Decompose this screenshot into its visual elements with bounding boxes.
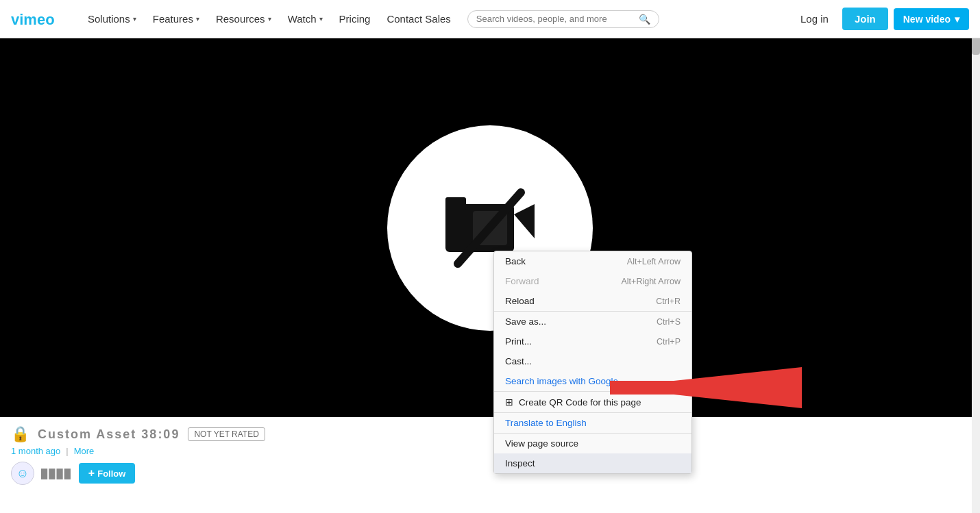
save-as-label: Save as...: [505, 316, 546, 327]
video-title: Custom Asset 38:09: [38, 427, 180, 442]
view-source-label: View page source: [505, 438, 578, 449]
back-label: Back: [505, 256, 526, 266]
create-qr-label: Create QR Code for this page: [519, 397, 641, 408]
features-label: Features: [153, 13, 193, 25]
resources-menu[interactable]: Resources ▾: [210, 0, 277, 38]
context-menu: Back Alt+Left Arrow Forward Alt+Right Ar…: [493, 251, 692, 474]
svg-rect-3: [445, 197, 466, 210]
print-shortcut: Ctrl+P: [657, 337, 681, 347]
info-author: ☺ ████ + Follow: [11, 462, 969, 485]
follow-plus-icon: +: [88, 467, 95, 479]
translate-label: Translate to English: [505, 418, 587, 428]
reload-label: Reload: [505, 296, 535, 306]
new-video-label: New video: [903, 14, 951, 25]
lock-icon: 🔒: [11, 425, 29, 443]
search-input[interactable]: [476, 14, 639, 24]
more-link[interactable]: More: [74, 446, 95, 456]
solutions-menu[interactable]: Solutions ▾: [82, 0, 142, 38]
pricing-label: Pricing: [339, 13, 371, 25]
login-button[interactable]: Log in: [792, 9, 837, 29]
solutions-label: Solutions: [88, 13, 130, 25]
nav-right: Log in Join New video ▾: [792, 8, 969, 30]
print-label: Print...: [505, 336, 532, 347]
contact-sales-link[interactable]: Contact Sales: [381, 0, 456, 38]
context-menu-view-source[interactable]: View page source: [494, 433, 691, 453]
context-menu-cast[interactable]: Cast...: [494, 351, 691, 371]
search-bar[interactable]: 🔍: [467, 10, 659, 28]
features-chevron-icon: ▾: [196, 15, 199, 23]
context-menu-back[interactable]: Back Alt+Left Arrow: [494, 251, 691, 271]
context-menu-reload[interactable]: Reload Ctrl+R: [494, 291, 691, 311]
watch-menu[interactable]: Watch ▾: [282, 0, 328, 38]
rating-badge: NOT YET RATED: [188, 427, 265, 441]
separator: |: [66, 446, 68, 456]
follow-button[interactable]: + Follow: [79, 463, 136, 484]
search-images-label: Search images with Google: [505, 376, 618, 386]
context-menu-inspect[interactable]: Inspect: [494, 453, 691, 473]
info-top: 🔒 Custom Asset 38:09 NOT YET RATED: [11, 425, 969, 443]
resources-label: Resources: [216, 13, 265, 25]
features-menu[interactable]: Features ▾: [147, 0, 205, 38]
author-name: ████: [41, 468, 72, 479]
info-bar: 🔒 Custom Asset 38:09 NOT YET RATED 1 mon…: [0, 417, 980, 490]
search-icon: 🔍: [639, 14, 650, 25]
vimeo-logo[interactable]: vimeo: [11, 10, 66, 29]
context-menu-translate[interactable]: Translate to English: [494, 412, 691, 433]
svg-marker-4: [514, 204, 535, 238]
cast-label: Cast...: [505, 356, 532, 366]
qr-icon: ⊞: [505, 397, 513, 408]
back-shortcut: Alt+Left Arrow: [627, 257, 681, 266]
solutions-chevron-icon: ▾: [133, 15, 136, 23]
reload-shortcut: Ctrl+R: [656, 297, 681, 306]
navbar: vimeo Solutions ▾ Features ▾ Resources ▾…: [0, 0, 980, 38]
resources-chevron-icon: ▾: [268, 15, 271, 23]
video-player-area: Back Alt+Left Arrow Forward Alt+Right Ar…: [0, 38, 980, 417]
svg-text:vimeo: vimeo: [11, 11, 55, 28]
avatar: ☺: [11, 462, 34, 485]
forward-shortcut: Alt+Right Arrow: [622, 277, 681, 286]
new-video-chevron-icon: ▾: [955, 14, 959, 25]
watch-label: Watch: [288, 13, 317, 25]
scrollbar[interactable]: [972, 0, 980, 513]
new-video-button[interactable]: New video ▾: [894, 8, 969, 30]
join-button[interactable]: Join: [842, 8, 888, 30]
context-menu-save-as[interactable]: Save as... Ctrl+S: [494, 311, 691, 331]
context-menu-print[interactable]: Print... Ctrl+P: [494, 331, 691, 351]
contact-sales-label: Contact Sales: [387, 13, 450, 25]
save-as-shortcut: Ctrl+S: [657, 317, 681, 327]
forward-label: Forward: [505, 276, 539, 286]
context-menu-search-images[interactable]: Search images with Google: [494, 371, 691, 391]
context-menu-create-qr[interactable]: ⊞ Create QR Code for this page: [494, 391, 691, 412]
info-meta: 1 month ago | More: [11, 446, 969, 456]
pricing-link[interactable]: Pricing: [334, 0, 376, 38]
context-menu-forward[interactable]: Forward Alt+Right Arrow: [494, 271, 691, 291]
follow-label: Follow: [97, 468, 125, 479]
time-ago: 1 month ago: [11, 446, 60, 456]
watch-chevron-icon: ▾: [319, 15, 323, 23]
inspect-label: Inspect: [505, 458, 535, 468]
